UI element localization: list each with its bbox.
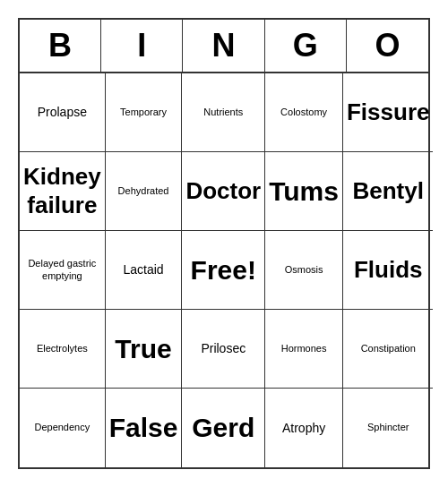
cell-label: Hormones [281, 343, 327, 355]
cell-label: Dehydrated [118, 185, 169, 197]
cell-label: Atrophy [282, 421, 325, 436]
bingo-cell[interactable]: Colostomy [265, 73, 343, 152]
cell-label: True [115, 333, 171, 365]
bingo-card: BINGO ProlapseTemporaryNutrientsColostom… [18, 18, 430, 469]
cell-label: Free! [191, 254, 256, 286]
cell-label: Constipation [361, 343, 416, 355]
cell-label: Prilosec [201, 341, 246, 356]
bingo-cell[interactable]: Bentyl [343, 152, 434, 231]
bingo-cell[interactable]: Osmosis [265, 231, 343, 310]
bingo-cell[interactable]: Fissure [343, 73, 434, 152]
cell-label: Kidney failure [23, 163, 101, 218]
cell-label: Fissure [347, 98, 430, 126]
header-letter: B [20, 20, 101, 72]
cell-label: Temporary [120, 107, 167, 118]
header-letter: O [347, 20, 428, 72]
bingo-cell[interactable]: Hormones [265, 310, 343, 389]
bingo-cell[interactable]: True [106, 310, 183, 389]
cell-label: Bentyl [353, 177, 424, 205]
bingo-cell[interactable]: False [106, 389, 183, 467]
cell-label: Delayed gastric emptying [23, 258, 101, 281]
cell-label: False [109, 412, 178, 444]
cell-label: Dependency [34, 422, 90, 433]
bingo-cell[interactable]: Electrolytes [20, 310, 106, 389]
cell-label: Nutrients [203, 107, 243, 118]
bingo-cell[interactable]: Tums [265, 152, 343, 231]
bingo-cell[interactable]: Dehydrated [106, 152, 183, 231]
bingo-cell[interactable]: Kidney failure [20, 152, 106, 231]
bingo-cell[interactable]: Constipation [343, 310, 434, 389]
header-letter: N [183, 20, 264, 72]
bingo-cell[interactable]: Delayed gastric emptying [20, 231, 106, 310]
bingo-cell[interactable]: Dependency [20, 389, 106, 467]
bingo-header: BINGO [20, 20, 428, 73]
cell-label: Electrolytes [37, 343, 88, 355]
header-letter: I [101, 20, 183, 72]
bingo-grid: ProlapseTemporaryNutrientsColostomyFissu… [20, 73, 428, 467]
cell-label: Colostomy [280, 107, 327, 118]
cell-label: Sphincter [367, 422, 409, 433]
bingo-cell[interactable]: Temporary [106, 73, 183, 152]
cell-label: Doctor [185, 177, 261, 205]
cell-label: Osmosis [285, 264, 323, 276]
cell-label: Fluids [354, 256, 423, 284]
bingo-cell[interactable]: Doctor [182, 152, 265, 231]
header-letter: G [265, 20, 347, 72]
bingo-cell[interactable]: Nutrients [182, 73, 265, 152]
bingo-cell[interactable]: Gerd [182, 389, 265, 467]
bingo-cell[interactable]: Fluids [343, 231, 434, 310]
cell-label: Gerd [192, 412, 254, 444]
bingo-cell[interactable]: Atrophy [265, 389, 343, 467]
cell-label: Lactaid [123, 262, 163, 278]
cell-label: Prolapse [38, 105, 87, 120]
bingo-cell[interactable]: Free! [182, 231, 265, 310]
bingo-cell[interactable]: Sphincter [343, 389, 434, 467]
bingo-cell[interactable]: Prolapse [20, 73, 106, 152]
bingo-cell[interactable]: Prilosec [182, 310, 265, 389]
cell-label: Tums [269, 175, 339, 208]
bingo-cell[interactable]: Lactaid [106, 231, 183, 310]
